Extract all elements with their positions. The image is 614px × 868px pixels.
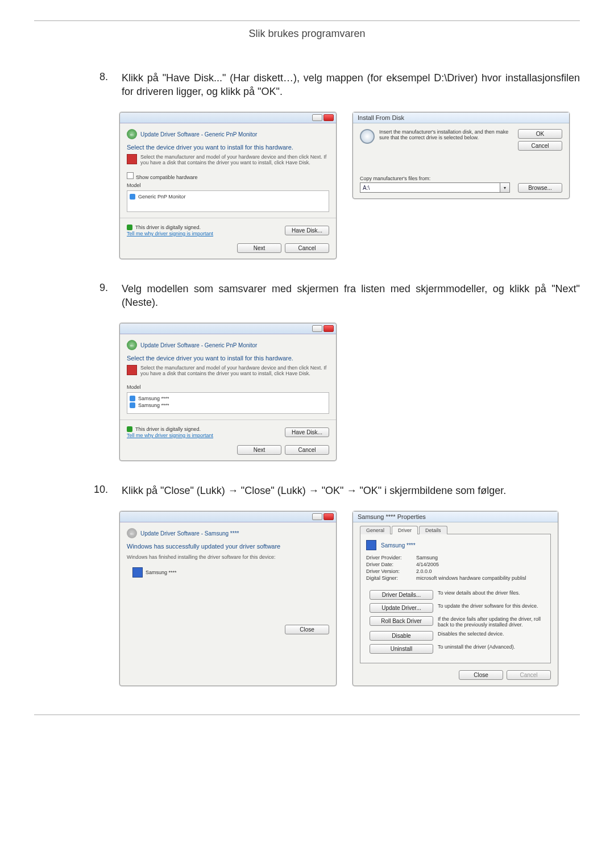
- model-label: Model: [127, 182, 329, 188]
- signed-text: This driver is digitally signed.: [135, 426, 201, 432]
- step-9: 9. Velg modellen som samsvarer med skjer…: [91, 282, 580, 309]
- tab-details[interactable]: Details: [419, 526, 447, 534]
- value: Samsung: [416, 555, 438, 560]
- update-driver-button[interactable]: Update Driver...: [370, 603, 433, 613]
- label: Driver Version:: [366, 568, 412, 574]
- list-item[interactable]: Generic PnP Monitor: [130, 193, 326, 200]
- signing-link[interactable]: Tell me why driver signing is important: [127, 433, 213, 438]
- disk-icon: [127, 154, 137, 164]
- monitor-icon: [366, 540, 376, 550]
- minimize-icon[interactable]: [312, 325, 322, 332]
- dialog-heading: Select the device driver you want to ins…: [127, 355, 329, 362]
- close-button[interactable]: Close: [285, 625, 329, 634]
- minimize-icon[interactable]: [312, 114, 322, 121]
- titlebar: [120, 323, 336, 334]
- cancel-button[interactable]: Cancel: [285, 243, 329, 253]
- dialog-heading: Select the device driver you want to ins…: [127, 144, 329, 151]
- step-text: Klikk på "Have Disk..." (Har diskett…), …: [122, 71, 580, 98]
- next-button[interactable]: Next: [237, 445, 281, 455]
- cancel-button[interactable]: Cancel: [518, 141, 562, 151]
- cancel-button[interactable]: Cancel: [285, 445, 329, 455]
- value: 2.0.0.0: [416, 568, 432, 574]
- chevron-down-icon[interactable]: ▾: [500, 182, 510, 193]
- dialog-select-model: ← Update Driver Software - Generic PnP M…: [119, 323, 337, 461]
- label: Digital Signer:: [366, 575, 412, 581]
- device-name: Samsung ****: [381, 542, 416, 549]
- dialog-update-success: ← Update Driver Software - Samsung **** …: [119, 511, 337, 686]
- description: If the device fails after updating the d…: [438, 616, 545, 628]
- back-icon[interactable]: ←: [127, 340, 137, 350]
- description: To view details about the driver files.: [438, 590, 545, 596]
- tab-driver[interactable]: Driver: [392, 526, 418, 534]
- dialog-hint: Windows has finished installing the driv…: [127, 554, 329, 560]
- next-button[interactable]: Next: [237, 243, 281, 253]
- model-label: Model: [127, 384, 329, 390]
- cancel-button: Cancel: [507, 670, 551, 680]
- have-disk-button[interactable]: Have Disk...: [285, 226, 329, 235]
- list-item[interactable]: Samsung ****: [130, 402, 326, 409]
- step-number: 9.: [91, 282, 108, 309]
- step-number: 10.: [91, 484, 108, 497]
- browse-button[interactable]: Browse...: [518, 183, 562, 193]
- page-title: Slik brukes programvaren: [34, 28, 580, 40]
- description: To uninstall the driver (Advanced).: [438, 644, 545, 650]
- signed-text: This driver is digitally signed.: [135, 225, 201, 230]
- list-item[interactable]: Samsung ****: [130, 395, 326, 402]
- ok-button[interactable]: OK: [518, 129, 562, 139]
- breadcrumb: ← Update Driver Software - Samsung ****: [127, 528, 329, 538]
- tab-general[interactable]: General: [360, 526, 391, 534]
- driver-details-button[interactable]: Driver Details...: [370, 590, 433, 600]
- dialog-title: Install From Disk: [353, 113, 569, 123]
- label: Driver Provider:: [366, 555, 412, 560]
- step-10: 10. Klikk på "Close" (Lukk) → "Close" (L…: [91, 484, 580, 497]
- back-icon: ←: [127, 528, 137, 538]
- breadcrumb: ← Update Driver Software - Generic PnP M…: [127, 340, 329, 350]
- dialog-install-from-disk: Install From Disk Insert the manufacture…: [352, 112, 570, 199]
- disable-button[interactable]: Disable: [370, 631, 433, 641]
- label: Driver Date:: [366, 562, 412, 567]
- dialog-hint: Select the manufacturer and model of you…: [140, 365, 329, 376]
- titlebar: [120, 512, 336, 522]
- close-icon[interactable]: [323, 114, 334, 121]
- breadcrumb-text: Update Driver Software - Samsung ****: [140, 530, 239, 537]
- dialog-message: Insert the manufacturer's installation d…: [379, 129, 510, 140]
- back-icon[interactable]: ←: [127, 129, 137, 139]
- dialog-title: Samsung **** Properties: [353, 512, 558, 522]
- close-icon[interactable]: [323, 325, 334, 332]
- value: 4/14/2005: [416, 562, 439, 567]
- description: Disables the selected device.: [438, 631, 545, 637]
- step-8: 8. Klikk på "Have Disk..." (Har diskett……: [91, 71, 580, 98]
- dialog-hint: Select the manufacturer and model of you…: [140, 154, 329, 165]
- breadcrumb-text: Update Driver Software - Generic PnP Mon…: [140, 342, 257, 348]
- value: microsoft windows hardware compatibility…: [416, 575, 526, 581]
- breadcrumb-text: Update Driver Software - Generic PnP Mon…: [140, 131, 257, 138]
- monitor-icon: [132, 567, 143, 578]
- dialog-heading: Windows has successfully updated your dr…: [127, 543, 329, 550]
- minimize-icon[interactable]: [312, 513, 322, 520]
- breadcrumb: ← Update Driver Software - Generic PnP M…: [127, 129, 329, 139]
- roll-back-driver-button[interactable]: Roll Back Driver: [370, 616, 433, 626]
- step-text: Velg modellen som samsvarer med skjermen…: [122, 282, 580, 309]
- description: To update the driver software for this d…: [438, 603, 545, 609]
- uninstall-button[interactable]: Uninstall: [370, 644, 433, 654]
- signing-link[interactable]: Tell me why driver signing is important: [127, 231, 213, 236]
- model-listbox[interactable]: Samsung **** Samsung ****: [127, 392, 329, 414]
- close-button[interactable]: Close: [459, 670, 503, 680]
- copy-from-label: Copy manufacturer's files from:: [360, 176, 562, 181]
- have-disk-button[interactable]: Have Disk...: [285, 427, 329, 437]
- close-icon[interactable]: [323, 513, 334, 520]
- disk-icon: [127, 365, 137, 375]
- step-number: 8.: [91, 71, 108, 98]
- dialog-update-driver: ← Update Driver Software - Generic PnP M…: [119, 112, 337, 259]
- show-compatible-checkbox[interactable]: Show compatible hardware: [127, 172, 329, 180]
- step-text: Klikk på "Close" (Lukk) → "Close" (Lukk)…: [122, 484, 580, 497]
- device-name: Samsung ****: [146, 570, 177, 575]
- cd-icon: [360, 129, 375, 144]
- model-listbox[interactable]: Generic PnP Monitor: [127, 190, 329, 212]
- path-input[interactable]: A:\: [360, 182, 500, 193]
- titlebar: [120, 113, 336, 123]
- dialog-device-properties: Samsung **** Properties General Driver D…: [352, 511, 558, 686]
